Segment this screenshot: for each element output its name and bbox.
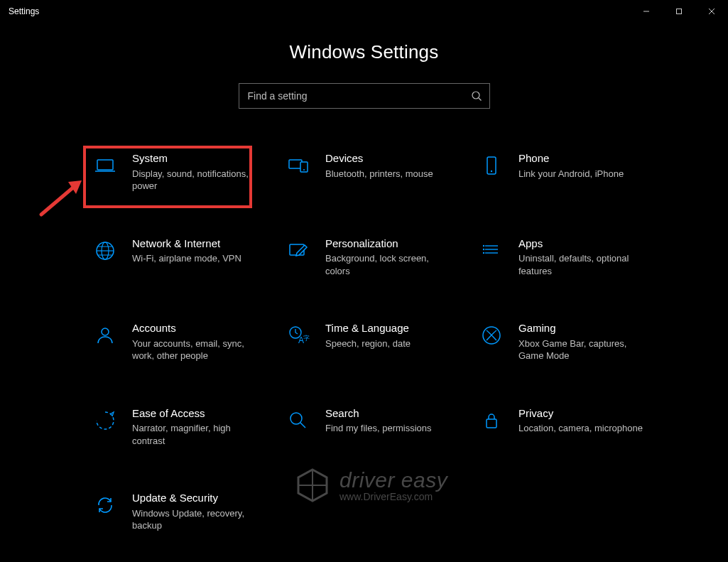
category-title: System (132, 151, 259, 166)
category-time-language[interactable]: A 字 Time & Language Speech, region, date (278, 315, 472, 368)
pen-icon (284, 237, 313, 265)
category-privacy[interactable]: Privacy Location, camera, microphone (472, 401, 665, 453)
category-gaming[interactable]: Gaming Xbox Game Bar, captures, Game Mod… (472, 315, 665, 368)
xbox-icon (477, 321, 506, 350)
svg-line-5 (479, 98, 482, 101)
category-apps[interactable]: Apps Uninstall, defaults, optional featu… (472, 231, 665, 283)
category-desc: Background, lock screen, colors (325, 252, 452, 277)
laptop-icon (91, 151, 119, 180)
svg-point-25 (102, 328, 109, 335)
svg-rect-6 (97, 160, 113, 170)
svg-point-23 (483, 248, 484, 249)
category-desc: Speech, region, date (325, 337, 411, 350)
person-icon (91, 321, 119, 350)
magnifier-icon (284, 406, 313, 435)
category-update-security[interactable]: Update & Security Windows Update, recove… (85, 485, 278, 538)
globe-icon (91, 237, 119, 265)
svg-point-22 (483, 244, 484, 246)
category-system[interactable]: System Display, sound, notifications, po… (85, 146, 278, 198)
svg-point-24 (483, 252, 484, 253)
svg-point-12 (491, 171, 492, 172)
category-title: Gaming (518, 321, 645, 335)
svg-point-10 (303, 169, 305, 171)
category-title: Search (325, 406, 432, 421)
svg-text:字: 字 (303, 335, 310, 342)
window-controls (630, 0, 728, 23)
svg-point-30 (290, 413, 302, 424)
window-title: Settings (9, 6, 39, 16)
category-title: Network & Internet (132, 237, 241, 251)
search-wrap (0, 83, 728, 109)
svg-marker-34 (68, 180, 82, 194)
svg-line-33 (41, 187, 74, 215)
svg-rect-1 (677, 9, 682, 14)
devices-icon (284, 151, 313, 180)
category-title: Personalization (325, 237, 452, 251)
category-title: Privacy (518, 406, 643, 421)
category-devices[interactable]: Devices Bluetooth, printers, mouse (278, 146, 472, 198)
phone-icon (477, 151, 506, 180)
svg-line-31 (300, 423, 305, 428)
category-desc: Link your Android, iPhone (518, 168, 624, 180)
category-title: Update & Security (132, 491, 259, 505)
category-title: Ease of Access (132, 406, 259, 421)
apps-icon (477, 237, 506, 265)
update-icon (91, 491, 119, 519)
settings-grid: System Display, sound, notifications, po… (85, 146, 668, 538)
category-personalization[interactable]: Personalization Background, lock screen,… (278, 231, 472, 283)
category-network[interactable]: Network & Internet Wi-Fi, airplane mode,… (85, 231, 278, 283)
category-title: Devices (325, 151, 433, 166)
time-lang-icon: A 字 (284, 321, 313, 350)
category-search[interactable]: Search Find my files, permissions (278, 401, 472, 453)
category-desc: Display, sound, notifications, power (132, 168, 259, 193)
category-accounts[interactable]: Accounts Your accounts, email, sync, wor… (85, 315, 278, 368)
category-phone[interactable]: Phone Link your Android, iPhone (472, 146, 665, 198)
category-desc: Xbox Game Bar, captures, Game Mode (518, 337, 645, 362)
close-button[interactable] (695, 0, 728, 23)
titlebar: Settings (0, 0, 728, 23)
ease-icon (91, 406, 119, 435)
page-title: Windows Settings (0, 41, 728, 63)
arrow-annotation (37, 180, 87, 219)
category-desc: Find my files, permissions (325, 422, 432, 435)
category-desc: Your accounts, email, sync, work, other … (132, 337, 259, 362)
category-title: Phone (518, 151, 624, 166)
svg-point-4 (472, 92, 479, 99)
category-desc: Bluetooth, printers, mouse (325, 168, 433, 180)
category-ease-of-access[interactable]: Ease of Access Narrator, magnifier, high… (85, 401, 278, 453)
category-desc: Location, camera, microphone (518, 422, 643, 435)
category-desc: Windows Update, recovery, backup (132, 507, 259, 532)
search-input[interactable] (246, 90, 471, 102)
search-box[interactable] (239, 83, 490, 109)
search-icon (471, 90, 482, 102)
category-title: Apps (518, 237, 645, 251)
category-desc: Uninstall, defaults, optional features (518, 252, 645, 277)
svg-rect-32 (487, 419, 496, 428)
lock-icon (477, 406, 506, 435)
category-title: Accounts (132, 321, 259, 335)
minimize-button[interactable] (630, 0, 663, 23)
category-title: Time & Language (325, 321, 411, 335)
category-desc: Wi-Fi, airplane mode, VPN (132, 252, 241, 265)
category-desc: Narrator, magnifier, high contrast (132, 422, 259, 447)
maximize-button[interactable] (663, 0, 695, 23)
